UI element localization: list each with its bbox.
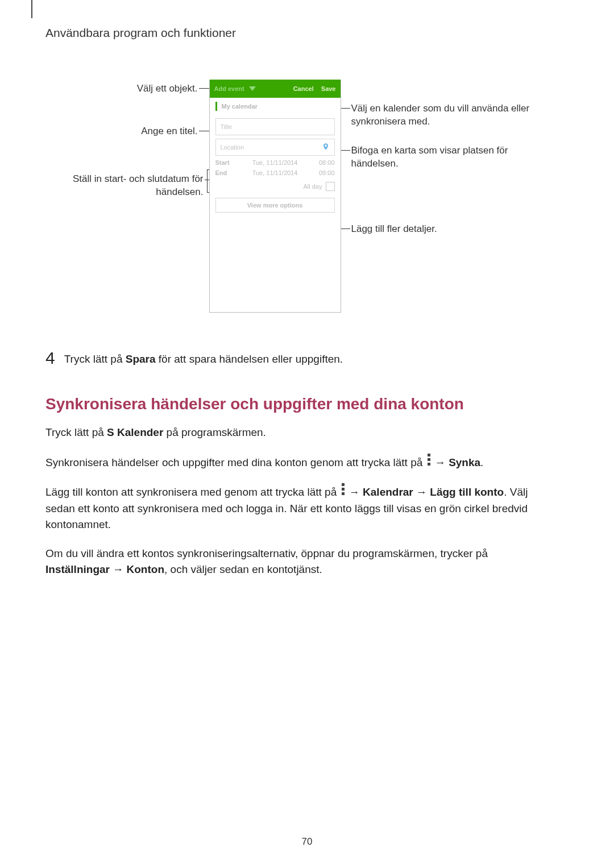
p2arrow: →	[432, 456, 449, 468]
p1c: på programskärmen.	[163, 426, 266, 438]
allday-row[interactable]: All day	[210, 180, 341, 193]
more-icon	[342, 483, 345, 497]
p3arrow: →	[346, 486, 363, 498]
allday-label: All day	[303, 183, 322, 190]
p3c: Lägg till konto	[430, 486, 504, 498]
p3a: Lägg till konton att synkronisera med ge…	[45, 486, 340, 498]
title-field[interactable]: Title	[215, 118, 335, 135]
start-date: Tue, 11/11/2014	[240, 159, 310, 166]
phone-mock: Add event Cancel Save My calendar Title …	[209, 80, 341, 313]
sync-para-3: Lägg till konton att synkronisera med ge…	[45, 483, 554, 533]
callout-title: Ange en titel.	[39, 125, 198, 138]
step-text-c: för att spara händelsen eller uppgiften.	[156, 353, 343, 365]
step-4: 4 Tryck lätt på Spara för att spara händ…	[45, 350, 569, 367]
p3arrow2: →	[413, 486, 430, 498]
start-label: Start	[215, 159, 240, 166]
p4a: Om du vill ändra ett kontos synkroniseri…	[45, 547, 488, 559]
cancel-button[interactable]: Cancel	[293, 85, 314, 92]
view-more-button[interactable]: View more options	[215, 198, 335, 213]
end-row[interactable]: End Tue, 11/11/2014 09:00	[215, 169, 335, 176]
callout-dates: Ställ in start- och slutdatum för händel…	[39, 173, 204, 199]
sync-para-4: Om du vill ändra ett kontos synkroniseri…	[45, 546, 554, 578]
allday-checkbox[interactable]	[326, 182, 335, 191]
save-button[interactable]: Save	[321, 85, 336, 92]
manual-page: Användbara program och funktioner Välj e…	[0, 0, 614, 868]
map-pin-icon[interactable]	[322, 143, 330, 152]
p2a: Synkronisera händelser och uppgifter med…	[45, 456, 426, 468]
page-header: Användbara program och funktioner	[45, 26, 569, 40]
p4rest: , och väljer sedan en kontotjänst.	[164, 563, 322, 575]
step-text: Tryck lätt på Spara för att spara händel…	[64, 350, 343, 366]
sync-para-1: Tryck lätt på S Kalender på programskärm…	[45, 425, 554, 441]
p3dot: .	[504, 486, 510, 498]
callout-calendar: Välj en kalender som du vill använda ell…	[351, 102, 533, 128]
p4c: Konton	[127, 563, 164, 575]
titlebar-label[interactable]: Add event	[214, 85, 244, 92]
p1a: Tryck lätt på	[45, 426, 107, 438]
end-label: End	[215, 169, 240, 176]
leadline	[341, 108, 350, 109]
chevron-down-icon[interactable]	[249, 86, 256, 91]
step-text-a: Tryck lätt på	[64, 353, 126, 365]
end-date: Tue, 11/11/2014	[240, 169, 310, 176]
p4b: Inställningar	[45, 563, 110, 575]
p3b: Kalendrar	[363, 486, 413, 498]
callout-select-object: Välj ett objekt.	[39, 82, 198, 95]
calendar-color-bar	[215, 102, 217, 111]
add-event-figure: Välj ett objekt. Ange en titel. Ställ in…	[39, 80, 562, 318]
callout-more: Lägg till fler detaljer.	[351, 223, 522, 236]
leadline	[199, 88, 210, 89]
top-margin-tick	[31, 0, 32, 18]
p2dot: .	[480, 456, 483, 468]
sync-heading: Synkronisera händelser och uppgifter med…	[45, 395, 569, 413]
title-placeholder: Title	[221, 123, 232, 130]
step-text-bold: Spara	[126, 353, 156, 365]
view-more-label: View more options	[247, 202, 303, 209]
location-placeholder: Location	[221, 144, 244, 151]
end-time: 09:00	[310, 169, 335, 176]
titlebar: Add event Cancel Save	[210, 80, 341, 98]
sync-para-2: Synkronisera händelser och uppgifter med…	[45, 454, 554, 471]
p2b: Synka	[449, 456, 480, 468]
start-time: 08:00	[310, 159, 335, 166]
calendar-selector[interactable]: My calendar	[210, 98, 341, 115]
location-field[interactable]: Location	[215, 139, 335, 156]
more-icon	[428, 454, 430, 467]
p4arrow: →	[110, 563, 127, 575]
start-row[interactable]: Start Tue, 11/11/2014 08:00	[215, 159, 335, 166]
p1b: S Kalender	[107, 426, 163, 438]
step-number: 4	[45, 350, 55, 367]
page-number: 70	[0, 836, 614, 848]
calendar-name: My calendar	[222, 103, 258, 110]
leadbracket	[207, 169, 208, 192]
callout-map: Bifoga en karta som visar platsen för hä…	[351, 144, 539, 171]
